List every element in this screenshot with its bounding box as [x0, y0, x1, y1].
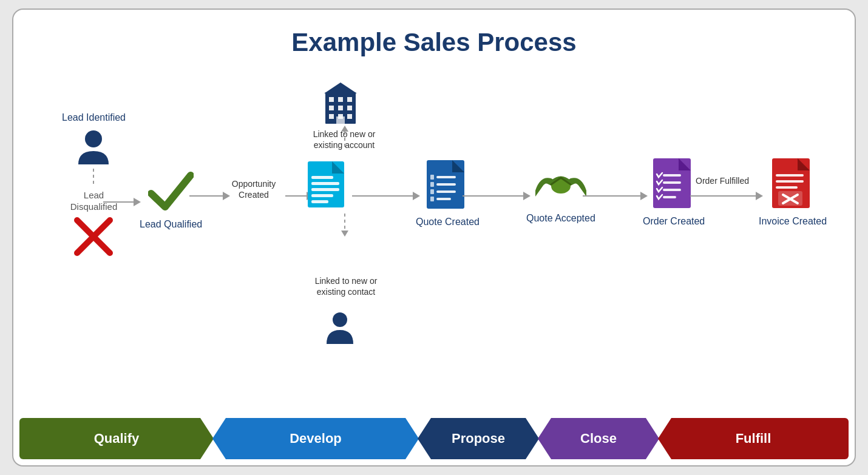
svg-rect-11 — [329, 114, 334, 119]
svg-rect-6 — [338, 97, 343, 102]
phase-propose: Propose — [418, 418, 539, 459]
svg-point-0 — [85, 130, 102, 147]
building-icon — [323, 80, 358, 126]
phase-develop: Develop — [212, 418, 419, 459]
svg-rect-26 — [430, 175, 434, 180]
lead-identified-label: Lead Identified — [62, 112, 126, 124]
invoice-created-label: Invoice Created — [759, 215, 827, 228]
svg-rect-20 — [311, 194, 333, 197]
arrow-doc-to-quote — [352, 192, 420, 200]
arrow-doc-to-contact — [341, 214, 348, 237]
x-mark-icon — [72, 215, 115, 258]
svg-rect-32 — [430, 197, 434, 201]
svg-rect-17 — [311, 176, 333, 179]
arrow-handshake-to-order — [583, 192, 648, 200]
page-title: Example Sales Process — [25, 22, 843, 57]
svg-rect-5 — [329, 97, 334, 102]
arrow-quote-to-handshake — [463, 192, 531, 200]
svg-rect-10 — [347, 106, 352, 110]
svg-rect-36 — [663, 174, 681, 177]
document-node — [307, 160, 350, 212]
svg-rect-43 — [776, 180, 804, 183]
svg-rect-39 — [663, 196, 676, 198]
arrow-doc-to-building — [341, 126, 348, 149]
contact-icon-node — [325, 311, 355, 347]
contact-person-icon — [325, 311, 355, 347]
svg-rect-28 — [430, 182, 434, 187]
svg-rect-19 — [311, 188, 339, 191]
diagram-container: Example Sales Process Lead Identified Le… — [12, 8, 856, 467]
phase-qualify: Qualify — [19, 418, 214, 459]
svg-rect-9 — [338, 106, 343, 110]
svg-rect-25 — [436, 176, 456, 178]
arrow-order-to-invoice — [690, 192, 763, 200]
order-doc-icon — [652, 157, 696, 212]
svg-rect-42 — [776, 174, 804, 177]
quote-created-label: Quote Created — [416, 216, 480, 229]
quote-accepted-label: Quote Accepted — [526, 212, 595, 225]
svg-rect-30 — [430, 189, 434, 194]
document-icon — [307, 160, 350, 212]
checkmark-icon — [148, 169, 194, 215]
svg-rect-18 — [311, 182, 339, 185]
dash-down-lead — [93, 169, 94, 187]
order-fulfilled-label: Order Fulfilled — [692, 175, 753, 186]
invoice-doc-icon — [771, 157, 815, 212]
svg-rect-13 — [347, 114, 352, 119]
person-icon — [75, 128, 112, 167]
svg-rect-21 — [311, 200, 328, 203]
opportunity-created-label: Opportunity Created — [223, 178, 284, 200]
svg-point-22 — [333, 312, 347, 327]
invoice-node: Invoice Created — [759, 157, 827, 228]
svg-marker-4 — [324, 83, 357, 93]
linked-contact-label: Linked to new or existing contact — [303, 275, 388, 297]
phase-close: Close — [538, 418, 659, 459]
lead-qualified-label: Lead Qualified — [140, 218, 202, 231]
svg-rect-27 — [436, 183, 456, 186]
svg-rect-44 — [776, 186, 798, 189]
order-created-label: Order Created — [643, 215, 705, 228]
svg-rect-14 — [336, 116, 345, 124]
svg-rect-29 — [436, 190, 456, 193]
process-bar: Qualify Develop Propose Close Fulfill — [19, 418, 849, 459]
svg-rect-38 — [663, 189, 681, 191]
svg-rect-37 — [663, 181, 681, 184]
svg-rect-7 — [347, 97, 352, 102]
quote-doc-icon — [426, 159, 469, 212]
phase-fulfill: Fulfill — [658, 418, 849, 459]
svg-rect-8 — [329, 106, 334, 110]
account-node — [323, 80, 358, 126]
handshake-icon — [534, 163, 588, 209]
arrow-lead-to-check — [103, 198, 141, 206]
lead-identified-node: Lead Identified LeadDisqualified — [62, 112, 126, 258]
svg-rect-31 — [436, 198, 451, 200]
flow-area: Lead Identified LeadDisqualified — [25, 63, 843, 403]
